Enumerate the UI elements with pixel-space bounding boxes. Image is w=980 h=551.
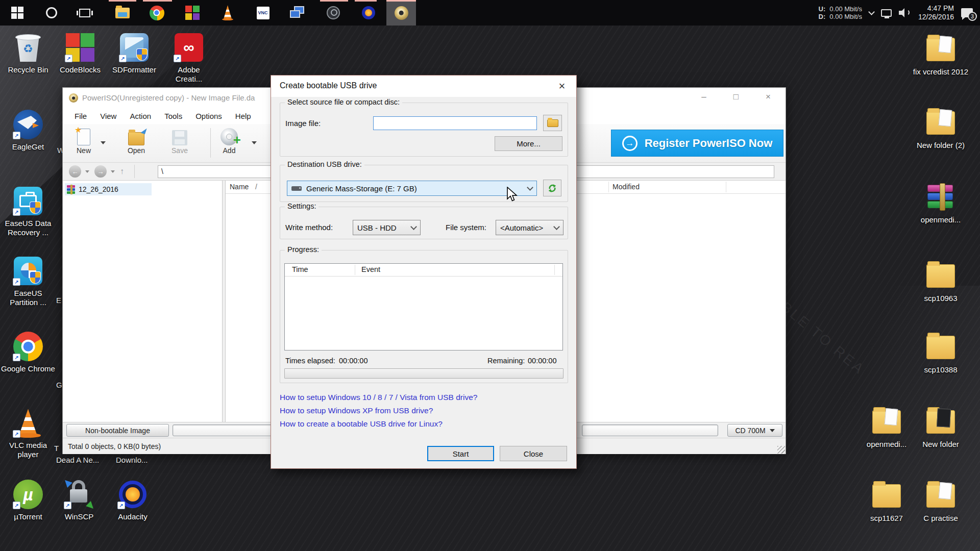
desktop-icon-google-chrome[interactable]: Google Chrome xyxy=(0,331,56,373)
maximize-button[interactable]: □ xyxy=(724,89,748,105)
shortcut-arrow-icon xyxy=(117,502,125,509)
desktop-icon-audacity[interactable]: Audacity xyxy=(105,479,161,521)
network-tray-icon[interactable] xyxy=(881,9,892,17)
open-button[interactable]: Open xyxy=(120,127,153,155)
menu-file[interactable]: File xyxy=(68,112,93,120)
desktop-icon-vlc[interactable]: VLC media player xyxy=(0,407,56,459)
write-method-select[interactable]: USB - HDD xyxy=(353,220,421,235)
help-link-windowsxp[interactable]: How to setup Windows XP from USB drive? xyxy=(280,406,433,415)
network-speed-widget[interactable]: U:D: 0.00 Mbit/s0.00 Mbit/s xyxy=(819,5,862,20)
tree-item-selected[interactable]: 12_26_2016 xyxy=(65,183,152,195)
menu-tools[interactable]: Tools xyxy=(158,112,189,120)
taskbar-task-view-button[interactable] xyxy=(69,0,100,26)
column-header-event[interactable]: Event xyxy=(361,265,380,273)
add-dropdown-arrow-icon[interactable] xyxy=(252,141,257,144)
desktop-screen: ABLE TO REA ♻ Recycle Bin CodeBlocks SDF… xyxy=(0,0,980,551)
forward-dropdown-icon[interactable] xyxy=(111,170,115,173)
taskbar-vnc[interactable]: VNC xyxy=(248,0,278,26)
column-divider[interactable] xyxy=(355,265,355,275)
column-divider[interactable] xyxy=(726,182,726,192)
menu-options[interactable]: Options xyxy=(189,112,229,120)
desktop-icon-scp10388[interactable]: scp10388 xyxy=(913,332,969,374)
desktop-icon-c-practise[interactable]: C practise xyxy=(913,480,969,523)
desktop-icon-sdformatter[interactable]: SDFormatter xyxy=(106,32,162,74)
column-header-name[interactable]: Name xyxy=(230,183,249,191)
dialog-titlebar[interactable]: Create bootable USB drive × xyxy=(271,76,576,97)
taskbar-ms-store[interactable] xyxy=(177,0,208,26)
taskbar-chrome[interactable] xyxy=(141,0,172,26)
taskbar-obs[interactable] xyxy=(318,0,349,26)
taskbar-audacity[interactable] xyxy=(353,0,384,26)
column-divider[interactable] xyxy=(608,182,609,192)
obs-icon xyxy=(327,6,340,19)
icon-label: C practise xyxy=(923,514,958,523)
menu-action[interactable]: Action xyxy=(123,112,158,120)
volume-tray-icon[interactable] xyxy=(899,8,911,17)
resize-grip[interactable] xyxy=(777,446,785,454)
minimize-button[interactable]: – xyxy=(692,89,716,105)
desktop-icon-easeus-partition[interactable]: EaseUS Partition ... xyxy=(0,255,56,307)
image-file-input[interactable] xyxy=(373,116,537,130)
help-link-windows10[interactable]: How to setup Windows 10 / 8 / 7 / Vista … xyxy=(280,393,477,402)
clock-widget[interactable]: 4:47 PM 12/26/2016 xyxy=(918,4,954,21)
media-size-dropdown[interactable]: CD 700M xyxy=(727,424,782,437)
dialog-close-button[interactable]: × xyxy=(553,78,571,94)
new-dropdown-arrow-icon[interactable] xyxy=(101,141,106,144)
taskbar-cortana-button[interactable] xyxy=(36,0,67,26)
upload-label: U: xyxy=(819,5,826,13)
create-bootable-usb-dialog: Create bootable USB drive × Select sourc… xyxy=(271,75,577,469)
tray-overflow-chevron-icon[interactable] xyxy=(868,9,875,15)
taskbar-vlc[interactable] xyxy=(212,0,243,26)
destination-usb-select[interactable]: Generic Mass-Storage (E: 7 GB) xyxy=(287,181,537,196)
forward-button[interactable]: → xyxy=(94,165,107,178)
register-poweriso-button[interactable]: → Register PowerISO Now xyxy=(611,130,783,157)
start-button[interactable]: Start xyxy=(427,446,494,461)
desktop-icon-codeblocks[interactable]: CodeBlocks xyxy=(52,32,108,74)
desktop-icon-new-folder[interactable]: New folder xyxy=(913,406,969,449)
column-divider[interactable] xyxy=(554,265,555,275)
taskbar-poweriso-active[interactable] xyxy=(386,0,416,26)
desktop-icon-scp11627[interactable]: scp11627 xyxy=(859,480,915,523)
desktop-icon-openmedia-folder[interactable]: openmedi... xyxy=(859,406,915,449)
back-button[interactable]: ← xyxy=(69,165,81,178)
desktop-icon-fix-vcredist[interactable]: fix vcredist 2012 xyxy=(913,34,969,77)
menu-view[interactable]: View xyxy=(93,112,123,120)
column-header-modified[interactable]: Modified xyxy=(612,183,640,191)
close-button[interactable]: × xyxy=(756,89,780,105)
taskbar-start-button[interactable] xyxy=(2,0,33,26)
refresh-drives-button[interactable] xyxy=(543,180,561,196)
desktop-icon-eagleget[interactable]: EagleGet xyxy=(0,109,56,152)
taskbar-file-explorer[interactable] xyxy=(107,0,138,26)
help-link-linux[interactable]: How to create a bootable USB drive for L… xyxy=(280,419,443,429)
menu-help[interactable]: Help xyxy=(229,112,258,120)
bootable-status-segment[interactable]: Non-bootable Image xyxy=(66,424,169,437)
sdformatter-icon xyxy=(118,32,151,63)
browse-button[interactable] xyxy=(543,115,562,131)
close-button[interactable]: Close xyxy=(500,446,567,461)
add-button[interactable]: +Add xyxy=(213,127,246,155)
up-level-button[interactable]: ↑ xyxy=(120,167,124,176)
more-button[interactable]: More... xyxy=(495,136,562,151)
eagleget-icon xyxy=(12,109,44,140)
chrome-icon xyxy=(150,6,164,20)
add-disc-icon: + xyxy=(220,128,238,145)
desktop-icon-adobe[interactable]: ∞ AdobeCreati... xyxy=(161,32,217,83)
desktop-icon-openmedia-rar[interactable]: openmedi... xyxy=(913,182,969,224)
back-dropdown-icon[interactable] xyxy=(85,170,89,173)
refresh-icon xyxy=(548,184,557,193)
image-tree-pane[interactable]: 12_26_2016 xyxy=(63,181,223,422)
action-center-icon[interactable]: 3 xyxy=(961,8,973,17)
new-button[interactable]: New xyxy=(68,127,100,155)
save-button[interactable]: Save xyxy=(163,127,197,155)
taskbar-remote-desktop[interactable] xyxy=(282,0,312,26)
file-system-select[interactable]: <Automatic> xyxy=(496,220,564,235)
desktop-icon-winscp[interactable]: WinSCP xyxy=(51,479,107,521)
icon-label: WinSCP xyxy=(65,512,94,521)
desktop-icon-new-folder-2[interactable]: New folder (2) xyxy=(913,107,969,150)
desktop-icon-recycle-bin[interactable]: ♻ Recycle Bin xyxy=(0,32,56,74)
desktop-icon-scp10963[interactable]: scp10963 xyxy=(913,260,969,303)
progress-event-list[interactable]: Time Event xyxy=(284,263,563,350)
desktop-icon-utorrent[interactable]: µ µTorrent xyxy=(0,479,56,521)
column-header-time[interactable]: Time xyxy=(292,265,308,273)
desktop-icon-easeus-data-recovery[interactable]: EaseUS Data Recovery ... xyxy=(0,185,56,237)
